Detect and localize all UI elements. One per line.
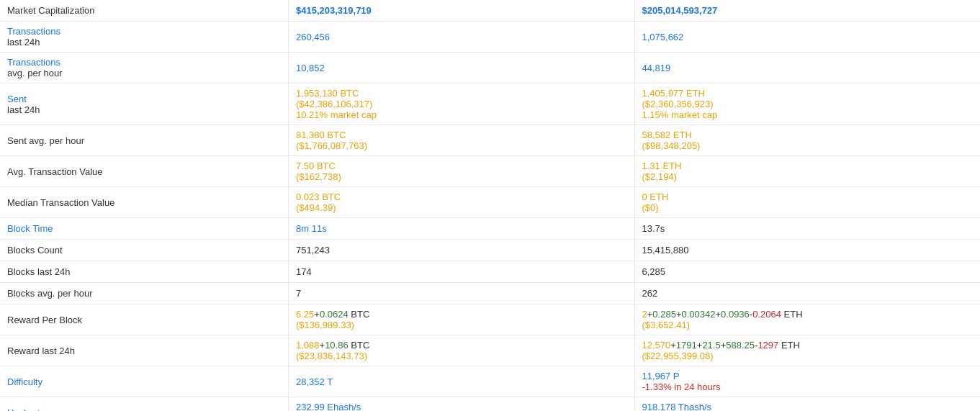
row-label-cell: Avg. Transaction Value [0, 156, 288, 186]
btc-value-cell: 6.25+0.0624 BTC($136,989.33) [288, 304, 634, 335]
eth-value-cell: 2+0.285+0.00342+0.0936-0.2064 ETH($3,652… [634, 304, 981, 335]
row-label-link[interactable]: Block Time [7, 223, 281, 234]
eth-main-value[interactable]: 11,967 P [642, 371, 974, 381]
eth-value-cell: 58,582 ETH($98,348,205) [634, 125, 981, 155]
row-label-cell: Reward Per Block [0, 304, 288, 335]
btc-value-cell: 260,456 [288, 22, 634, 52]
eth-value-cell: 918.178 Thash/s+1.1% in 24 hours [634, 397, 981, 411]
btc-value-cell: 10,852 [288, 53, 634, 83]
comparison-table: Market Capitalization$415,203,319,719$20… [0, 0, 980, 411]
btc-main-value: 0.023 BTC [296, 191, 627, 202]
btc-value-cell: 232.99 Ehash/s+7.85% in 24 hours [288, 397, 634, 411]
eth-main-value: 15,415,880 [642, 245, 974, 256]
row-label: Reward Per Block [7, 315, 281, 325]
eth-sub-value: -1.33% in 24 hours [642, 381, 974, 392]
btc-main-value: 7.50 BTC [296, 161, 627, 171]
eth-main-value: 13.7s [642, 223, 974, 234]
eth-sub-value: ($2,360,356,923) [642, 99, 974, 109]
eth-value-cell: 11,967 P-1.33% in 24 hours [634, 366, 981, 397]
btc-main-value[interactable]: 232.99 Ehash/s [296, 402, 627, 411]
btc-main-value[interactable]: $415,203,319,719 [296, 5, 627, 16]
row-label-cell: Blocks avg. per hour [0, 283, 288, 304]
table-row: Reward Per Block6.25+0.0624 BTC($136,989… [0, 304, 980, 335]
eth-value-cell: 1,075,662 [634, 22, 981, 52]
row-label-link[interactable]: Transactions [7, 57, 281, 68]
row-label-cell: Transactions avg. per hour [0, 53, 288, 83]
btc-main-value[interactable]: 260,456 [296, 32, 627, 42]
btc-reward-value: 6.25+0.0624 BTC [296, 309, 627, 320]
eth-value-cell: 6,285 [634, 261, 981, 282]
btc-sub-value: ($23,836,143.73) [296, 351, 627, 361]
btc-sub-value: ($42,386,106,317) [296, 99, 627, 109]
btc-sub-value: ($494.39) [296, 202, 627, 213]
row-label-cell: Sent last 24h [0, 83, 288, 125]
btc-sub-value: ($136,989.33) [296, 320, 627, 330]
eth-value-cell: 0 ETH($0) [634, 187, 981, 217]
eth-value-cell: 44,819 [634, 53, 981, 83]
btc-main-value[interactable]: 10,852 [296, 63, 627, 73]
btc-value-cell: 1,088+10.86 BTC($23,836,143.73) [288, 335, 634, 366]
eth-sub-value: ($3,652.41) [642, 320, 974, 330]
row-label-link[interactable]: Transactions [7, 26, 281, 37]
row-label: Reward last 24h [7, 345, 281, 356]
table-row: Sent last 24h1,953,130 BTC($42,386,106,3… [0, 83, 980, 125]
eth-value-cell: 15,415,880 [634, 240, 981, 261]
row-label-link[interactable]: Hashrate [7, 407, 281, 412]
btc-value-cell: 8m 11s [288, 218, 634, 239]
row-label-cell: Market Capitalization [0, 0, 288, 21]
btc-reward-value: 1,088+10.86 BTC [296, 340, 627, 351]
eth-main-value[interactable]: 918.178 Thash/s [642, 402, 974, 411]
eth-sub-value: ($22,955,399.08) [642, 351, 974, 361]
eth-value-cell: 1.31 ETH($2,194) [634, 156, 981, 186]
row-label-cell: Difficulty [0, 366, 288, 397]
btc-main-value[interactable]: 8m 11s [296, 223, 627, 234]
eth-sub-value: ($0) [642, 202, 974, 213]
btc-sub2-value: 10.21% market cap [296, 109, 627, 120]
row-label: Blocks Count [7, 245, 281, 256]
table-row: Blocks last 24h1746,285 [0, 261, 980, 283]
table-row: Block Time8m 11s13.7s [0, 218, 980, 240]
row-label-cell: Reward last 24h [0, 335, 288, 366]
eth-main-value[interactable]: 44,819 [642, 63, 974, 73]
table-row: Avg. Transaction Value7.50 BTC($162,738)… [0, 156, 980, 187]
btc-main-value[interactable]: 28,352 T [296, 376, 627, 387]
table-row: Blocks avg. per hour7262 [0, 283, 980, 304]
btc-main-value: 81,380 BTC [296, 130, 627, 140]
eth-sub-value: ($98,348,205) [642, 140, 974, 151]
table-row: Transactions avg. per hour10,85244,819 [0, 53, 980, 83]
row-label-cell: Transactions last 24h [0, 22, 288, 52]
row-label-cell: Blocks Count [0, 240, 288, 261]
eth-value-cell: 13.7s [634, 218, 981, 239]
eth-sub-value: ($2,194) [642, 171, 974, 182]
table-row: Sent avg. per hour81,380 BTC($1,766,087,… [0, 125, 980, 156]
eth-main-value: 1,405,977 ETH [642, 88, 974, 99]
row-label-link[interactable]: Sent [7, 94, 281, 104]
table-row: Hashrate232.99 Ehash/s+7.85% in 24 hours… [0, 397, 980, 411]
btc-main-value: 1,953,130 BTC [296, 88, 627, 99]
eth-reward-value: 2+0.285+0.00342+0.0936-0.2064 ETH [642, 309, 974, 320]
eth-reward-value: 12,570+1791+21.5+588.25-1297 ETH [642, 340, 974, 351]
btc-value-cell: 174 [288, 261, 634, 282]
row-label-cell: Sent avg. per hour [0, 125, 288, 155]
eth-value-cell: 1,405,977 ETH($2,360,356,923)1.15% marke… [634, 83, 981, 125]
btc-value-cell: 751,243 [288, 240, 634, 261]
table-row: Blocks Count751,24315,415,880 [0, 240, 980, 261]
row-label: Market Capitalization [7, 5, 281, 16]
row-label: Blocks avg. per hour [7, 288, 281, 299]
eth-value-cell: 12,570+1791+21.5+588.25-1297 ETH($22,955… [634, 335, 981, 366]
eth-value-cell: $205,014,593,727 [634, 0, 981, 21]
row-label-cell: Median Transaction Value [0, 187, 288, 217]
eth-sub2-value: 1.15% market cap [642, 109, 974, 120]
btc-sub-value: ($162,738) [296, 171, 627, 182]
row-label-link[interactable]: Difficulty [7, 376, 281, 387]
btc-value-cell: 7.50 BTC($162,738) [288, 156, 634, 186]
table-row: Difficulty28,352 T11,967 P-1.33% in 24 h… [0, 366, 980, 397]
row-label: Median Transaction Value [7, 197, 281, 208]
row-label: Avg. Transaction Value [7, 166, 281, 177]
btc-value-cell: $415,203,319,719 [288, 0, 634, 21]
table-row: Market Capitalization$415,203,319,719$20… [0, 0, 980, 22]
eth-main-value: 0 ETH [642, 191, 974, 202]
eth-main-value: 58,582 ETH [642, 130, 974, 140]
row-label-cell: Hashrate [0, 397, 288, 411]
eth-main-value[interactable]: 1,075,662 [642, 32, 974, 42]
